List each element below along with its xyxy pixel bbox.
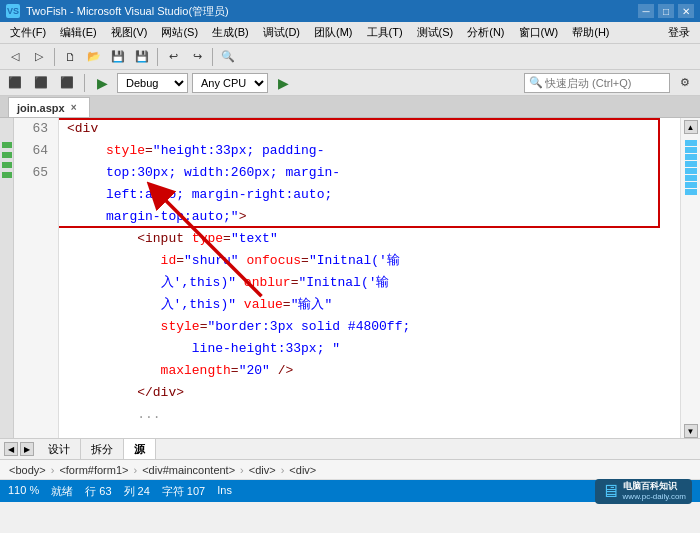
- code-line-style3: left:auto; margin-right:auto;: [67, 184, 672, 206]
- margin-indicator-1: [2, 142, 12, 148]
- watermark-url: www.pc-daily.com: [623, 492, 686, 502]
- close-button[interactable]: ✕: [678, 4, 694, 18]
- forward-btn[interactable]: ▷: [28, 47, 50, 67]
- cpu-dropdown[interactable]: Any CPU x86 x64: [192, 73, 268, 93]
- design-tab[interactable]: 设计: [38, 438, 81, 460]
- login-button[interactable]: 登录: [662, 23, 696, 42]
- tab-close-btn[interactable]: ×: [71, 102, 77, 113]
- quick-search-input[interactable]: [545, 77, 665, 89]
- window-title: TwoFish - Microsoft Visual Studio(管理员): [26, 4, 229, 19]
- separator-2: [157, 48, 158, 66]
- status-col: 列 24: [124, 484, 150, 499]
- breadcrumb-div2[interactable]: <div>: [286, 464, 319, 476]
- save-all-btn[interactable]: 💾: [131, 47, 153, 67]
- menu-tools[interactable]: 工具(T): [361, 23, 409, 42]
- back-btn[interactable]: ◁: [4, 47, 26, 67]
- status-ready: 就绪: [51, 484, 73, 499]
- config-btn[interactable]: ⚙: [674, 73, 696, 93]
- minimize-button[interactable]: ─: [638, 4, 654, 18]
- nav-right-btn[interactable]: ▶: [20, 442, 34, 456]
- menu-analyze[interactable]: 分析(N): [461, 23, 510, 42]
- left-margin: [0, 118, 14, 438]
- scroll-down-btn[interactable]: ▼: [684, 424, 698, 438]
- toolbar-btn-misc3[interactable]: ⬛: [56, 73, 78, 93]
- code-line-63: <div: [67, 118, 672, 140]
- scroll-marker-6: [685, 175, 697, 181]
- source-tab[interactable]: 源: [124, 438, 156, 460]
- menu-file[interactable]: 文件(F): [4, 23, 52, 42]
- breadcrumb-div1[interactable]: <div>: [246, 464, 279, 476]
- app-icon: VS: [6, 4, 20, 18]
- status-zoom: 110 %: [8, 484, 39, 499]
- menu-site[interactable]: 网站(S): [155, 23, 204, 42]
- status-row: 行 63: [85, 484, 111, 499]
- line-num-63: 63: [18, 118, 54, 140]
- margin-indicator-3: [2, 162, 12, 168]
- code-line-id: id="shuru" onfocus="Initnal('输: [67, 250, 672, 272]
- scroll-marker-7: [685, 182, 697, 188]
- open-btn[interactable]: 📂: [83, 47, 105, 67]
- code-line-onfocus: 入',this)" onblur="Initnal('输: [67, 272, 672, 294]
- line-num-64: 64: [18, 140, 54, 162]
- code-line-65: </div>: [67, 382, 672, 404]
- nav-left-btn[interactable]: ◀: [4, 442, 18, 456]
- breadcrumb-form[interactable]: <form#form1>: [56, 464, 131, 476]
- menu-bar: 文件(F) 编辑(E) 视图(V) 网站(S) 生成(B) 调试(D) 团队(M…: [0, 22, 700, 44]
- editor-tab[interactable]: join.aspx ×: [8, 97, 90, 117]
- line-numbers: 63 64 65: [14, 118, 59, 438]
- toolbar-btn-misc2[interactable]: ⬛: [30, 73, 52, 93]
- scroll-marker-8: [685, 189, 697, 195]
- find-btn[interactable]: 🔍: [217, 47, 239, 67]
- breadcrumb-body[interactable]: <body>: [6, 464, 49, 476]
- quick-search-box: 🔍: [524, 73, 670, 93]
- menu-build[interactable]: 生成(B): [206, 23, 255, 42]
- margin-indicator-2: [2, 152, 12, 158]
- toolbar-btn-misc[interactable]: ⬛: [4, 73, 26, 93]
- code-line-64: <input type="text": [67, 228, 672, 250]
- quick-bar: ⬛ ⬛ ⬛ ▶ Debug Release Any CPU x86 x64 ▶ …: [0, 70, 700, 96]
- separator-1: [54, 48, 55, 66]
- menu-edit[interactable]: 编辑(E): [54, 23, 103, 42]
- tab-label: join.aspx: [17, 102, 65, 114]
- watermark-icon: 🖥: [601, 481, 619, 502]
- code-line-style4: margin-top:auto;">: [67, 206, 672, 228]
- code-line-lineheight: line-height:33px; ": [67, 338, 672, 360]
- search-icon: 🔍: [529, 76, 543, 89]
- code-line-maxlength: maxlength="20" />: [67, 360, 672, 382]
- editor-container: 63 64 65 <div: [0, 118, 700, 438]
- code-line-style2: top:30px; width:260px; margin-: [67, 162, 672, 184]
- code-line-style1: style="height:33px; padding-: [67, 140, 672, 162]
- split-tab[interactable]: 拆分: [81, 438, 124, 460]
- status-ins: Ins: [217, 484, 232, 499]
- menu-view[interactable]: 视图(V): [105, 23, 154, 42]
- menu-debug[interactable]: 调试(D): [257, 23, 306, 42]
- scroll-marker-3: [685, 154, 697, 160]
- tab-strip: join.aspx ×: [0, 96, 700, 118]
- code-editor[interactable]: <div style="height:33px; padding- top:30…: [59, 118, 680, 438]
- bottom-tabs-bar: ◀ ▶ 设计 拆分 源: [0, 438, 700, 460]
- watermark-title: 电脑百科知识: [623, 481, 686, 492]
- play-button[interactable]: ▶: [91, 73, 113, 93]
- maximize-button[interactable]: □: [658, 4, 674, 18]
- scroll-marker-5: [685, 168, 697, 174]
- breadcrumb-bar: <body> › <form#form1> › <div#maincontent…: [0, 460, 700, 480]
- save-btn[interactable]: 💾: [107, 47, 129, 67]
- new-file-btn[interactable]: 🗋: [59, 47, 81, 67]
- code-line-border: style="border:3px solid #4800ff;: [67, 316, 672, 338]
- watermark: 🖥 电脑百科知识 www.pc-daily.com: [595, 479, 692, 504]
- line-num-65: 65: [18, 162, 54, 184]
- separator-3: [212, 48, 213, 66]
- debug-mode-dropdown[interactable]: Debug Release: [117, 73, 188, 93]
- menu-team[interactable]: 团队(M): [308, 23, 359, 42]
- code-line-dots: ...: [67, 404, 672, 426]
- scroll-markers: [685, 140, 697, 195]
- breadcrumb-maincontent[interactable]: <div#maincontent>: [139, 464, 238, 476]
- menu-help[interactable]: 帮助(H): [566, 23, 615, 42]
- status-bar: 110 % 就绪 行 63 列 24 字符 107 Ins 🖥 电脑百科知识 w…: [0, 480, 700, 502]
- menu-test[interactable]: 测试(S): [411, 23, 460, 42]
- undo-btn[interactable]: ↩: [162, 47, 184, 67]
- menu-window[interactable]: 窗口(W): [513, 23, 565, 42]
- run-button[interactable]: ▶: [272, 73, 294, 93]
- scroll-up-btn[interactable]: ▲: [684, 120, 698, 134]
- redo-btn[interactable]: ↪: [186, 47, 208, 67]
